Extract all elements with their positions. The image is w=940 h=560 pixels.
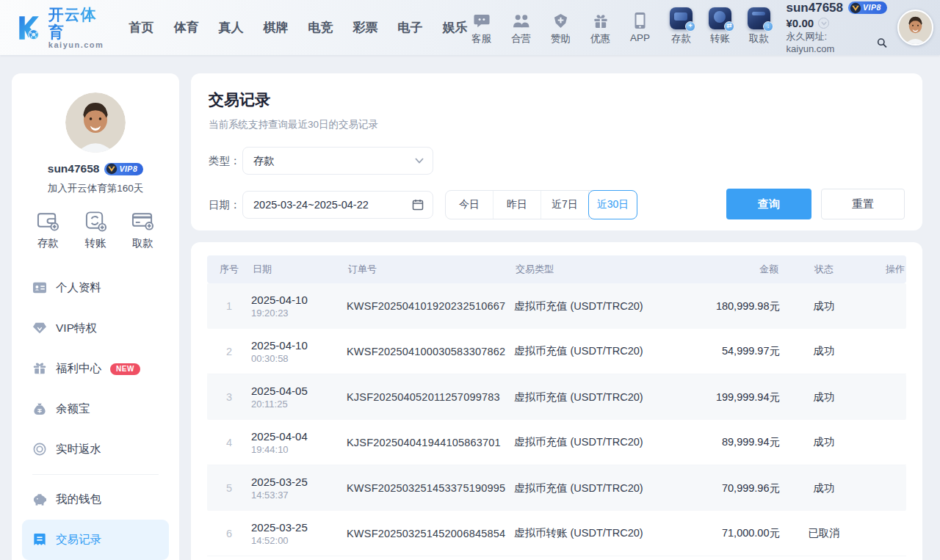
cell-status: 成功: [780, 435, 868, 449]
profile-sidebar: sun47658 VIP8 加入开云体育第160天 存款 转账: [12, 73, 179, 560]
cell-order-number: KJSF202504052011257099783: [347, 391, 514, 403]
nav-item[interactable]: 真人: [219, 19, 244, 36]
vip-badge: VIP8: [848, 1, 887, 14]
transfer-shortcut[interactable]: 转账: [84, 210, 107, 250]
brand-domain: kaiyun.com: [48, 40, 107, 49]
transfer-outline-icon: [84, 210, 107, 232]
cell-index: 6: [207, 528, 251, 539]
type-filter-row: 类型： 存款: [209, 147, 905, 175]
cell-index: 5: [207, 482, 251, 494]
sidebar-item-profile[interactable]: 个人资料: [22, 268, 169, 308]
table-row[interactable]: 4 2025-04-04 19:44:10 KJSF20250404194410…: [207, 420, 906, 465]
cell-order-number: KJSF202504041944105863701: [347, 437, 514, 448]
col-amount: 金额: [698, 263, 780, 276]
table-row[interactable]: 3 2025-04-05 20:11:25 KJSF20250405201125…: [207, 374, 906, 420]
date-range-option[interactable]: 近7日: [541, 191, 589, 219]
cell-date: 2025-03-25 14:52:00: [251, 521, 347, 546]
refresh-balance-icon[interactable]: [818, 18, 829, 29]
customer-service-link[interactable]: 客服: [468, 10, 496, 46]
cell-transaction-type: 虚拟币充值 (USDT/TRC20): [514, 344, 698, 358]
cell-index: 1: [207, 300, 251, 312]
withdraw-button[interactable]: ↓ 取款: [745, 10, 773, 46]
user-info-block: sun47658 VIP8 ¥0.00 永久网址: kaiyun.com: [787, 0, 887, 55]
transfer-button[interactable]: ⇄ 转账: [706, 10, 734, 46]
type-select[interactable]: 存款: [242, 147, 433, 175]
table-row[interactable]: 6 2025-03-25 14:52:00 KWSF20250325145200…: [207, 511, 906, 556]
nav-item[interactable]: 电子: [398, 19, 423, 36]
date-range-option[interactable]: 近30日: [588, 190, 637, 219]
people-icon: [512, 10, 530, 29]
promotions-link[interactable]: 优惠: [587, 10, 615, 46]
col-actions: 操作: [868, 263, 906, 276]
cell-amount: 70,999.96元: [698, 481, 780, 495]
cell-transaction-type: 虚拟币充值 (USDT/TRC20): [514, 390, 698, 404]
date-range-option[interactable]: 今日: [446, 191, 494, 219]
sidebar-item-vip[interactable]: VIP特权: [22, 308, 169, 349]
cell-order-number: KWSF202503251452006845854: [347, 528, 514, 539]
col-status: 状态: [780, 263, 868, 276]
reset-button[interactable]: 重置: [821, 189, 905, 219]
sidebar-menu: 个人资料 VIP特权 福利中心 NEW 余额宝 实时返水: [12, 268, 179, 560]
table-body: 1 2025-04-10 19:20:23 KWSF20250410192023…: [207, 283, 906, 556]
deposit-shortcut[interactable]: 存款: [37, 210, 59, 250]
nav-item[interactable]: 棋牌: [264, 19, 289, 36]
cell-status: 成功: [780, 344, 868, 358]
sidebar-item-wallet[interactable]: 我的钱包: [22, 479, 169, 520]
type-label: 类型：: [209, 154, 242, 168]
sidebar-item-yuebao[interactable]: 余额宝: [22, 389, 169, 429]
sidebar-item-rebate[interactable]: 实时返水: [22, 429, 169, 470]
cell-status: 成功: [780, 299, 868, 313]
date-range-option[interactable]: 昨日: [494, 191, 541, 219]
table-row[interactable]: 1 2025-04-10 19:20:23 KWSF20250410192023…: [207, 283, 906, 329]
username[interactable]: sun47658: [787, 0, 844, 15]
sidebar-divider: [32, 474, 159, 475]
col-index: 序号: [207, 263, 251, 276]
search-icon[interactable]: [877, 37, 887, 48]
calendar-icon: [412, 199, 424, 211]
cell-status: 已取消: [780, 526, 868, 540]
col-type: 交易类型: [514, 263, 698, 276]
gift-icon: [32, 362, 47, 377]
sidebar-item-transactions[interactable]: 交易记录: [22, 520, 169, 560]
date-range-input[interactable]: 2025-03-24~2025-04-22: [242, 191, 433, 219]
sponsorship-link[interactable]: 赞助: [547, 10, 575, 46]
wallet-outline-icon: [37, 210, 59, 232]
rebate-coin-icon: [32, 443, 47, 457]
cell-order-number: KWSF202503251453375190995: [347, 482, 514, 494]
shield-plus-icon: [552, 10, 569, 29]
transaction-record-icon: [32, 533, 47, 548]
partnership-link[interactable]: 合营: [507, 10, 535, 46]
sidebar-quick-actions: 存款 转账 取款: [12, 210, 179, 250]
withdraw-shortcut[interactable]: 取款: [131, 210, 154, 250]
phone-icon: [634, 10, 646, 29]
brand-logo[interactable]: 开云体育 kaiyun.com: [13, 6, 107, 48]
nav-item[interactable]: 电竞: [308, 19, 333, 36]
table-row[interactable]: 2 2025-04-10 00:30:58 KWSF20250410003058…: [207, 329, 906, 374]
cell-transaction-type: 虚拟币转账 (USDT/TRC20): [514, 526, 698, 540]
withdraw-card-icon: ↓: [748, 10, 770, 29]
cell-transaction-type: 虚拟币充值 (USDT/TRC20): [514, 299, 698, 313]
chevron-down-icon: [415, 158, 424, 164]
brand-name: 开云体育: [48, 6, 107, 40]
sidebar-avatar[interactable]: [65, 92, 126, 153]
page-subtitle: 当前系统支持查询最近30日的交易记录: [209, 118, 905, 131]
nav-item[interactable]: 体育: [174, 19, 199, 36]
vip-gem-icon: [850, 2, 861, 14]
nav-item[interactable]: 首页: [129, 19, 154, 36]
cell-index: 4: [207, 437, 251, 448]
user-avatar[interactable]: [897, 10, 933, 46]
cell-amount: 89,999.94元: [698, 435, 780, 449]
sidebar-vip-badge: VIP8: [104, 163, 143, 175]
gem-icon: [32, 321, 47, 336]
app-download-link[interactable]: APP: [626, 10, 654, 46]
nav-item[interactable]: 彩票: [353, 19, 378, 36]
top-navigation-bar: 开云体育 kaiyun.com 首页体育真人棋牌电竞彩票电子娱乐 客服 合营 赞…: [0, 0, 940, 55]
nav-item[interactable]: 娱乐: [443, 19, 468, 36]
search-button[interactable]: 查询: [726, 189, 811, 219]
table-row[interactable]: 5 2025-03-25 14:53:37 KWSF20250325145337…: [207, 465, 906, 511]
cell-amount: 180,999.98元: [698, 299, 780, 313]
deposit-wallet-icon: +: [670, 10, 693, 29]
cell-status: 成功: [780, 390, 868, 404]
deposit-button[interactable]: + 存款: [668, 10, 695, 46]
sidebar-item-rewards[interactable]: 福利中心 NEW: [22, 349, 169, 389]
